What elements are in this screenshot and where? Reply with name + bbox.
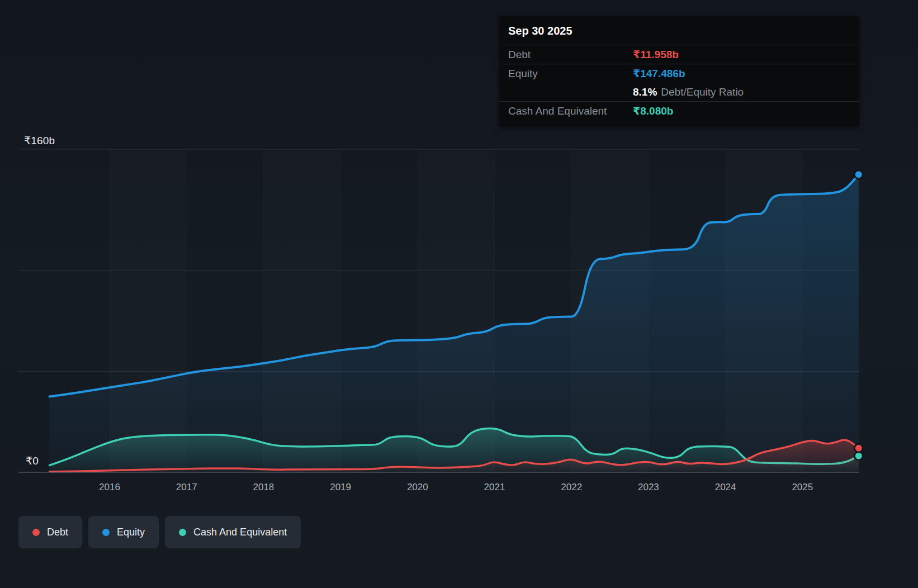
tooltip-debt-value: ₹11.958b [633,48,679,61]
debt-equity-history-chart: 2016201720182019202020212022202320242025… [0,0,918,588]
end-marker-debt [854,444,863,452]
tooltip-cash-label: Cash And Equivalent [508,105,633,117]
tooltip-date: Sep 30 2025 [499,16,859,45]
chart-tooltip: Sep 30 2025 Debt ₹11.958b Equity ₹147.48… [499,16,859,127]
y-axis-label-zero: ₹0 [26,454,39,467]
legend-label-cash: Cash And Equivalent [193,527,287,538]
x-tick-label: 2020 [407,482,428,492]
x-tick-label: 2022 [561,482,582,492]
tooltip-debt-label: Debt [508,49,633,61]
tooltip-ratio: 8.1%Debt/Equity Ratio [633,86,744,98]
x-tick-label: 2019 [330,482,351,492]
legend-item-equity[interactable]: Equity [88,516,159,548]
tooltip-row-cash: Cash And Equivalent ₹8.080b [499,102,859,120]
legend-dot-equity-icon [102,529,110,536]
legend-item-debt[interactable]: Debt [18,516,82,548]
end-marker-equity [854,170,863,179]
y-axis-label-max: ₹160b [24,134,55,147]
tooltip-cash-value: ₹8.080b [633,105,673,117]
x-tick-label: 2023 [638,482,659,492]
legend-dot-cash-icon [179,529,186,536]
x-tick-label: 2021 [484,482,505,492]
tooltip-row-equity: Equity ₹147.486b [499,64,859,83]
legend-dot-debt-icon [32,529,40,536]
x-tick-label: 2016 [99,482,120,492]
x-tick-label: 2024 [715,482,736,492]
x-tick-label: 2017 [176,482,197,492]
tooltip-equity-value: ₹147.486b [633,67,685,80]
x-tick-label: 2018 [253,482,274,492]
legend-label-debt: Debt [47,527,68,538]
x-tick-label: 2025 [792,482,813,492]
tooltip-equity-label: Equity [508,68,633,80]
tooltip-ratio-value: 8.1% [633,86,657,98]
tooltip-row-debt: Debt ₹11.958b [499,45,859,64]
tooltip-ratio-label: Debt/Equity Ratio [661,86,744,98]
tooltip-row-ratio: 8.1%Debt/Equity Ratio [499,83,859,102]
legend-item-cash[interactable]: Cash And Equivalent [165,516,301,548]
legend-label-equity: Equity [117,527,145,538]
chart-legend: Debt Equity Cash And Equivalent [18,516,301,548]
